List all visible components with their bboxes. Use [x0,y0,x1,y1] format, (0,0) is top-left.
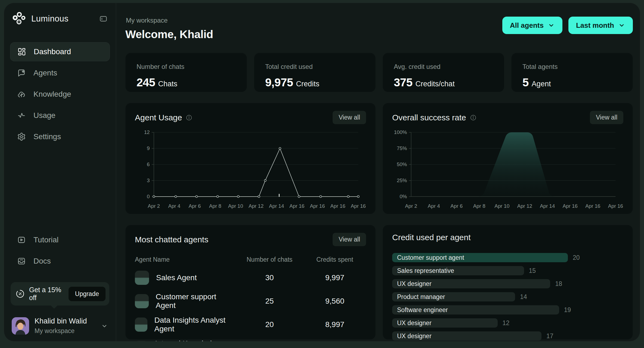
stat-card-avg-credit: Avg. credit used 375Credits/chat [383,53,504,92]
profile-text: Khalid bin Walid My workspace [35,317,87,335]
topbar: My workspace Welcome, Khalid All agents … [125,14,633,41]
x-axis-label: Apr 14 [269,203,284,209]
credit-bars: Customer support agent 20 Sales represen… [392,253,623,341]
success-rate-chart: 0%25%50%75%100%Apr 2Apr 4Apr 6Apr 8Apr 1… [392,128,623,213]
table-row: Sales Agent 30 9,997 [135,269,366,287]
agent-name: Customer support Agent [156,292,236,310]
info-icon[interactable] [186,114,192,121]
y-axis-label: 9 [147,145,150,151]
x-axis-label: Apr 14 [540,203,555,209]
bar-row: Software engineer 19 [392,305,623,315]
sidebar-item-settings[interactable]: Settings [10,127,110,146]
tutorial-icon [17,236,26,244]
app-window: Luminous Dashboard [4,3,640,341]
x-axis-label: Apr 16 [608,203,623,209]
sidebar-item-tutorial[interactable]: Tutorial [10,230,110,249]
stat-card-total-credit: Total credit used 9,975Credits [254,53,376,92]
period-filter-button[interactable]: Last month [568,17,633,34]
agent-avatar [135,341,148,341]
x-axis-label: Apr 16 [330,203,345,209]
panel-title: Overall success rate [392,113,466,122]
panel-title: Most chatted agents [135,235,208,244]
bar-value: 17 [546,332,553,340]
agent-credits: 9,560 [304,297,366,306]
x-axis-label: Apr 2 [405,203,417,209]
profile-menu[interactable]: Khalid bin Walid My workspace [10,316,110,336]
bar-row: Customer support agent 20 [392,253,623,262]
agent-usage-chart: 036912Apr 2Apr 4Apr 6Apr 8Apr 10Apr 12Ap… [135,128,366,213]
sidebar-item-label: Dashboard [34,47,71,56]
bar-row: UX designer 12 [392,318,623,328]
upgrade-promo-banner: Get a 15% off Upgrade [11,282,109,306]
bar-row: UX designer 18 [392,279,623,288]
agent-usage-panel: Agent Usage View all 036912Apr 2Apr 4Apr… [125,103,376,214]
x-axis-label: Apr 10 [494,203,509,209]
y-axis-label: 25% [397,178,407,183]
y-axis-label: 50% [397,161,407,167]
credit-bar: UX designer [392,331,541,341]
sidebar-item-knowledge[interactable]: Knowledge [10,85,110,104]
page-title: Welcome, Khalid [125,28,213,41]
stat-label: Total credit used [265,63,364,71]
bar-value: 20 [573,254,580,261]
period-filter-label: Last month [576,21,614,30]
bar-label: UX designer [397,280,432,288]
sidebar-item-label: Knowledge [33,90,71,99]
brand: Luminous [10,11,110,26]
most-chatted-panel: Most chatted agents View all Agent Name … [125,225,376,340]
sidebar-item-label: Agents [33,69,57,77]
info-icon[interactable] [470,114,476,121]
bar-label: Software engineer [397,306,448,314]
panel-title: Credit used per agent [392,233,471,242]
credit-per-agent-panel: Credit used per agent Customer support a… [383,225,633,340]
x-axis-label: Apr 2 [148,203,160,209]
table-row: Data Insights Analyst Agent 20 8,997 [135,316,366,334]
sidebar-collapse-icon[interactable] [99,14,108,23]
y-axis-label: 0% [400,194,407,199]
view-all-button[interactable]: View all [333,233,366,246]
x-axis-label: Apr 16 [289,203,304,209]
y-axis-label: 100% [394,129,407,135]
sidebar-item-label: Docs [33,257,51,265]
x-axis-label: Apr 16 [310,203,325,209]
panel-title: Agent Usage [135,113,182,122]
stat-card-total-agents: Total agents 5Agent [511,53,633,92]
table-header: Agent Name Number of chats Credits spent [135,256,366,263]
bar-value: 12 [503,319,510,327]
agent-name: Internal Knowledge Agent [155,339,236,341]
agent-credits: 8,997 [304,320,366,329]
charts-row: Agent Usage View all 036912Apr 2Apr 4Apr… [125,103,633,214]
x-axis-label: Apr 6 [189,203,201,209]
x-axis-label: Apr 12 [249,203,264,209]
sidebar-item-agents[interactable]: Agents [10,63,110,83]
app-title: Luminous [31,14,69,24]
breadcrumb: My workspace [126,17,213,24]
success-rate-panel: Overall success rate View all 0%25%50%75… [383,103,633,214]
credit-bar: Sales representative [392,266,524,275]
bar-value: 14 [520,293,527,301]
x-axis-label: Apr 16 [585,203,600,209]
stat-unit: Agent [532,80,551,88]
credit-bar: Product manager [392,292,515,301]
view-all-button[interactable]: View all [590,111,623,124]
upgrade-button[interactable]: Upgrade [69,287,106,301]
view-all-button[interactable]: View all [333,111,366,124]
knowledge-icon [17,90,26,99]
sidebar-item-usage[interactable]: Usage [10,106,110,125]
y-axis-label: 75% [397,145,407,151]
agent-chats: 20 [236,320,304,329]
stat-card-chats: Number of chats 245Chats [125,53,247,92]
docs-icon [17,257,26,265]
credit-bar: Customer support agent [392,253,568,262]
y-axis-label: 3 [147,178,150,183]
bar-value: 15 [529,267,536,274]
agent-chats: 25 [236,297,304,306]
sidebar-item-docs[interactable]: Docs [10,252,110,271]
y-axis-label: 12 [144,129,150,135]
agents-filter-button[interactable]: All agents [502,17,562,34]
column-header: Agent Name [135,256,236,263]
y-axis-label: 0 [147,194,150,199]
credit-bar: Software engineer [392,305,559,315]
sidebar-item-dashboard[interactable]: Dashboard [10,42,110,61]
main-content: My workspace Welcome, Khalid All agents … [116,3,640,341]
